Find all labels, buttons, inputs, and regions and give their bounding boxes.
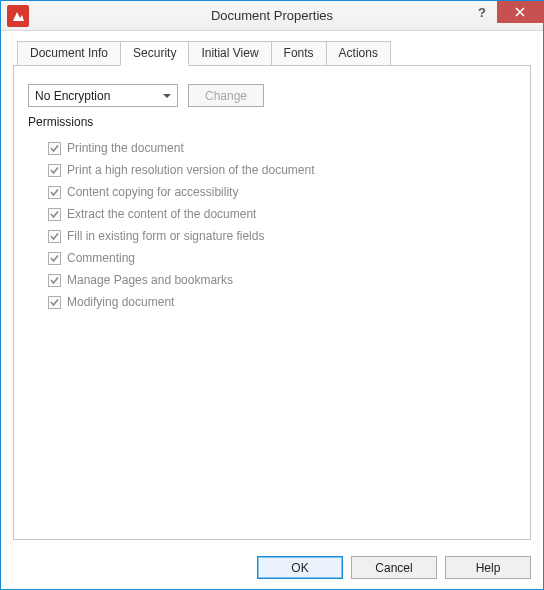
perm-manage-pages: Manage Pages and bookmarks — [48, 269, 516, 291]
encryption-select-value: No Encryption — [35, 89, 110, 103]
perm-commenting: Commenting — [48, 247, 516, 269]
perm-copy-accessibility: Content copying for accessibility — [48, 181, 516, 203]
perm-label: Extract the content of the document — [67, 207, 256, 221]
window-title: Document Properties — [1, 8, 543, 23]
tab-page-security: No Encryption Change Permissions Printin… — [13, 65, 531, 540]
help-button[interactable]: Help — [445, 556, 531, 579]
checkbox[interactable] — [48, 252, 61, 265]
dialog-content: Document Info Security Initial View Font… — [1, 31, 543, 548]
dialog-window: Document Properties ? Document Info Secu… — [0, 0, 544, 590]
window-controls: ? — [467, 1, 543, 23]
perm-printing: Printing the document — [48, 137, 516, 159]
encryption-select[interactable]: No Encryption — [28, 84, 178, 107]
checkbox[interactable] — [48, 142, 61, 155]
titlebar: Document Properties ? — [1, 1, 543, 31]
perm-label: Printing the document — [67, 141, 184, 155]
cancel-button[interactable]: Cancel — [351, 556, 437, 579]
permissions-label: Permissions — [28, 115, 516, 129]
ok-button[interactable]: OK — [257, 556, 343, 579]
perm-label: Modifying document — [67, 295, 174, 309]
checkbox[interactable] — [48, 274, 61, 287]
encryption-row: No Encryption Change — [28, 84, 516, 107]
tab-security[interactable]: Security — [120, 41, 189, 66]
change-button[interactable]: Change — [188, 84, 264, 107]
tab-bar: Document Info Security Initial View Font… — [13, 41, 531, 65]
perm-fill-form: Fill in existing form or signature field… — [48, 225, 516, 247]
help-icon[interactable]: ? — [467, 1, 497, 23]
perm-label: Content copying for accessibility — [67, 185, 238, 199]
checkbox[interactable] — [48, 208, 61, 221]
close-icon[interactable] — [497, 1, 543, 23]
tab-initial-view[interactable]: Initial View — [188, 41, 271, 65]
tab-actions[interactable]: Actions — [326, 41, 391, 65]
tab-document-info[interactable]: Document Info — [17, 41, 121, 65]
checkbox[interactable] — [48, 164, 61, 177]
tab-fonts[interactable]: Fonts — [271, 41, 327, 65]
checkbox[interactable] — [48, 230, 61, 243]
perm-extract: Extract the content of the document — [48, 203, 516, 225]
checkbox[interactable] — [48, 186, 61, 199]
app-icon — [7, 5, 29, 27]
permissions-list: Printing the document Print a high resol… — [28, 135, 516, 313]
dialog-button-row: OK Cancel Help — [1, 548, 543, 589]
perm-label: Commenting — [67, 251, 135, 265]
perm-label: Manage Pages and bookmarks — [67, 273, 233, 287]
checkbox[interactable] — [48, 296, 61, 309]
perm-modifying: Modifying document — [48, 291, 516, 313]
perm-label: Fill in existing form or signature field… — [67, 229, 264, 243]
perm-highres-print: Print a high resolution version of the d… — [48, 159, 516, 181]
perm-label: Print a high resolution version of the d… — [67, 163, 314, 177]
